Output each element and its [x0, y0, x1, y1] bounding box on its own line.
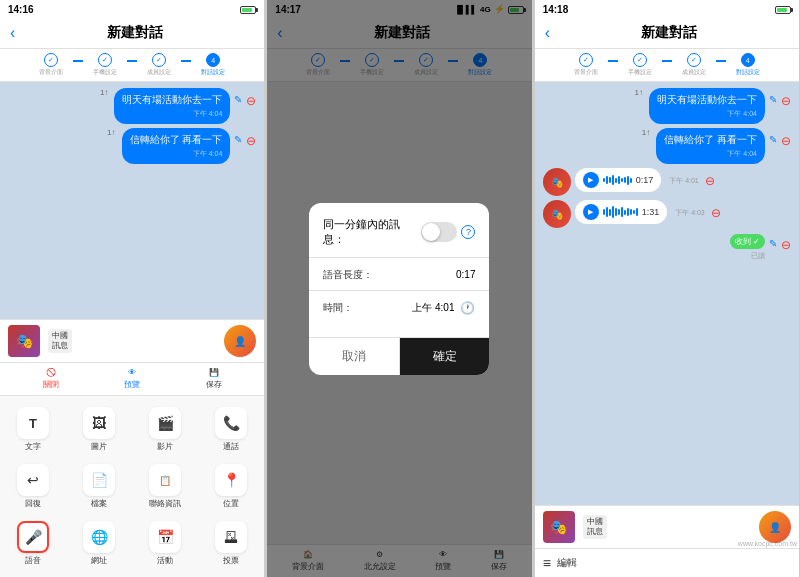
- voice-duration-1: 0:17: [636, 175, 654, 185]
- grid-file[interactable]: 📄 檔案: [66, 458, 132, 515]
- toggle-knob: [422, 223, 440, 241]
- grid-video[interactable]: 🎬 影片: [132, 401, 198, 458]
- msg-text-3-2: 信轉給你了 再看一下: [664, 133, 757, 147]
- bubble-1: 明天有場活動你去一下 下午 4:04: [114, 88, 230, 124]
- grid-reply[interactable]: ↩ 回復: [0, 458, 66, 515]
- status-bar-3: 14:18: [535, 0, 799, 18]
- preview-btn-1[interactable]: 👁 預覽: [124, 368, 140, 390]
- edit-btn-2[interactable]: ✎: [234, 134, 242, 145]
- time-1: 14:16: [8, 4, 34, 15]
- title-1: 新建對話: [15, 24, 254, 42]
- location-icon: 📍: [215, 464, 247, 496]
- panel-1: 14:16 ‹ 新建對話 ✓ 背景介面 ✓ 手機設定 ✓ 成員設定 4 對話設定: [0, 0, 265, 577]
- edit-label-3[interactable]: 編輯: [557, 556, 577, 570]
- chat-row-1: ⊖ ✎ 明天有場活動你去一下 下午 4:04 1↑: [8, 88, 256, 124]
- step-line-3: [181, 60, 191, 62]
- persona-mask-1: 🎭: [8, 325, 40, 357]
- step3-4: 4 對話設定: [728, 53, 768, 77]
- step-label-2: 手機設定: [93, 68, 117, 77]
- persona-photo-3: 👤: [759, 511, 791, 543]
- bubble-2: 信轉給你了 再看一下 下午 4:04: [122, 128, 231, 164]
- step3-circle-1: ✓: [579, 53, 593, 67]
- dialog-toggle-label: 同一分鐘內的訊息：: [323, 217, 421, 247]
- step3-3: ✓ 成員設定: [674, 53, 714, 77]
- title-3: 新建對話: [550, 24, 789, 42]
- info-label-3: 中國訊息: [583, 515, 607, 538]
- dialog-content: 同一分鐘內的訊息： ? 語音長度： 0:17: [309, 203, 489, 337]
- delete-btn-3-4[interactable]: ⊖: [711, 206, 721, 220]
- time-value: 上午 4:01: [412, 301, 454, 315]
- grid-contact[interactable]: 📋 聯絡資訊: [132, 458, 198, 515]
- grid-location[interactable]: 📍 位置: [198, 458, 264, 515]
- waveform-2: [603, 206, 638, 218]
- persona-mask-3: 🎭: [543, 511, 575, 543]
- delete-btn-2[interactable]: ⊖: [246, 134, 256, 148]
- reply-icon: ↩: [17, 464, 49, 496]
- step3-circle-4: 4: [741, 53, 755, 67]
- help-icon[interactable]: ?: [461, 225, 475, 239]
- confirm-button[interactable]: 確定: [400, 338, 490, 375]
- line-indicator-3-1: 1↑: [635, 88, 643, 97]
- edit-btn-3-2[interactable]: ✎: [769, 134, 777, 145]
- step3-circle-2: ✓: [633, 53, 647, 67]
- time-3: 14:18: [543, 4, 569, 15]
- step-label-3: 成員設定: [147, 68, 171, 77]
- dialog-toggle-row: 同一分鐘內的訊息： ?: [323, 217, 475, 247]
- chat-row-3-5: ⊖ ✎ 收到 ✓ 已讀: [543, 232, 791, 261]
- step-3-member: ✓ 成員設定: [139, 53, 179, 77]
- delete-btn-3-2[interactable]: ⊖: [781, 134, 791, 148]
- image-icon: 🖼: [83, 407, 115, 439]
- voice-time-1: 下午 4:01: [669, 176, 699, 186]
- menu-icon-3[interactable]: ≡: [543, 555, 551, 571]
- msg-text-2: 信轉給你了 再看一下: [130, 133, 223, 147]
- line-indicator-1: 1↑: [100, 88, 108, 97]
- edit-btn-3-1[interactable]: ✎: [769, 94, 777, 105]
- play-btn-2[interactable]: ▶: [583, 204, 599, 220]
- grid-call[interactable]: 📞 通話: [198, 401, 264, 458]
- step-label-1: 背景介面: [39, 68, 63, 77]
- poll-icon: 🗳: [215, 521, 247, 553]
- grid-voice[interactable]: 🎤 語音: [0, 515, 66, 572]
- close-icon: 🚫: [46, 368, 56, 377]
- battery-icon-1: [240, 4, 256, 14]
- msg-text-3-1: 明天有場活動你去一下: [657, 93, 757, 107]
- dialog: 同一分鐘內的訊息： ? 語音長度： 0:17: [309, 203, 489, 375]
- header-1: ‹ 新建對話: [0, 18, 264, 49]
- grid-url[interactable]: 🌐 網址: [66, 515, 132, 572]
- call-icon: 📞: [215, 407, 247, 439]
- avatar-3-2: 🎭: [543, 200, 571, 228]
- preview-icon: 👁: [128, 368, 136, 377]
- delete-btn-1[interactable]: ⊖: [246, 94, 256, 108]
- save-icon: 💾: [209, 368, 219, 377]
- step3-2: ✓ 手機設定: [620, 53, 660, 77]
- step3-line-2: [662, 60, 672, 62]
- delete-btn-3-1[interactable]: ⊖: [781, 94, 791, 108]
- edit-btn-1[interactable]: ✎: [234, 94, 242, 105]
- delete-btn-3-5[interactable]: ⊖: [781, 238, 791, 252]
- step-indicator-1: ✓ 背景介面 ✓ 手機設定 ✓ 成員設定 4 對話設定: [0, 49, 264, 82]
- voice-msg-2: ▶ 1:31: [575, 200, 668, 224]
- dialog-buttons: 取消 確定: [309, 337, 489, 375]
- bubble-3-1: 明天有場活動你去一下 下午 4:04: [649, 88, 765, 124]
- toggle-switch[interactable]: [421, 222, 457, 242]
- grid-text[interactable]: T 文字: [0, 401, 66, 458]
- bubble-3-2: 信轉給你了 再看一下 下午 4:04: [656, 128, 765, 164]
- step-circle-3: ✓: [152, 53, 166, 67]
- delete-btn-3-3[interactable]: ⊖: [705, 174, 715, 188]
- grid-poll[interactable]: 🗳 投票: [198, 515, 264, 572]
- time-label: 時間：: [323, 301, 353, 315]
- bottom-bar-3: ≡ 編輯: [535, 548, 799, 577]
- save-btn-1[interactable]: 💾 保存: [206, 368, 222, 390]
- grid-event[interactable]: 📅 活動: [132, 515, 198, 572]
- step-circle-1: ✓: [44, 53, 58, 67]
- edit-btn-3-5[interactable]: ✎: [769, 238, 777, 249]
- step3-1: ✓ 背景介面: [566, 53, 606, 77]
- grid-image[interactable]: 🖼 圖片: [66, 401, 132, 458]
- step-line-1: [73, 60, 83, 62]
- close-btn[interactable]: 🚫 關閉: [43, 368, 59, 390]
- step-4-dialog: 4 對話設定: [193, 53, 233, 77]
- play-btn-1[interactable]: ▶: [583, 172, 599, 188]
- received-prefix: 已讀: [751, 251, 765, 261]
- cancel-button[interactable]: 取消: [309, 338, 400, 375]
- clock-icon: 🕐: [460, 301, 475, 315]
